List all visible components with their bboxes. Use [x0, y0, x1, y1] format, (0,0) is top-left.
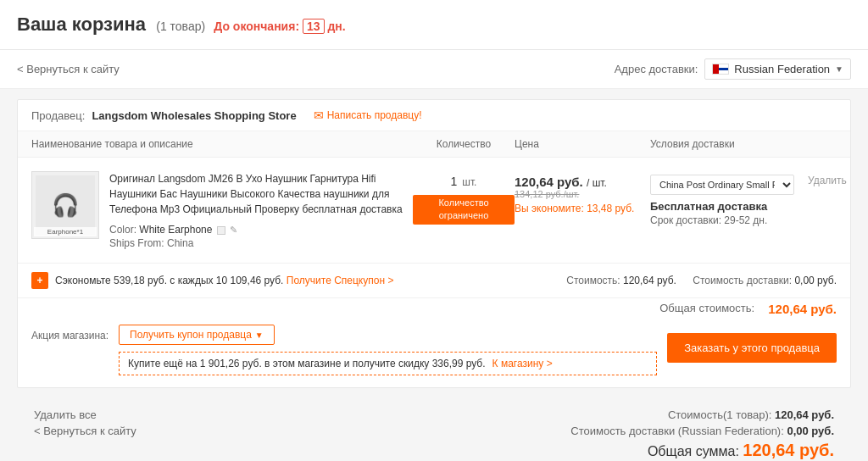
page-wrapper: Ваша корзина (1 товар) До окончания: 13 … [0, 0, 868, 461]
message-seller-btn[interactable]: ✉ Написать продавцу! [314, 108, 422, 122]
delivery-label: Адрес доставки: [615, 63, 698, 75]
product-price: 120,64 руб. / шт. [515, 175, 650, 189]
color-label: Color: [109, 224, 136, 236]
timer-unit: дн. [327, 19, 345, 33]
summary-total-label: Общая сумма: [648, 444, 739, 458]
seller-label: Продавец: [31, 109, 85, 122]
coupon-label: Акция магазина: [31, 325, 108, 342]
save-value: 13,48 руб. [587, 203, 634, 214]
product-title: Оригинал Langsdom JM26 В Ухо Наушник Гар… [109, 171, 413, 217]
timer: До окончания: 13 дн. [214, 19, 345, 33]
ships-from: Ships From: China [109, 237, 413, 249]
col-header-price: Цена [515, 138, 650, 150]
store-offer: Купите ещё на 1 901,26 руб. в этом магаз… [119, 352, 657, 375]
quantity-display: 1 шт. [413, 175, 515, 188]
product-image-label: Earphone*1 [34, 227, 97, 236]
shipping-cost-label: Стоимость доставки: [693, 275, 792, 286]
free-shipping-label: Бесплатная доставка [650, 200, 837, 213]
timer-label: До окончания: [214, 19, 299, 33]
delivery-time: Срок доставки: 29-52 дн. [650, 214, 837, 226]
bottom-left: Удалить все < Вернуться к сайту [34, 408, 136, 437]
price-savings: Вы экономите: 13,48 руб. [515, 203, 650, 214]
product-color: Color: White Earphone ✎ [109, 224, 413, 236]
col-header-qty: Количество [413, 138, 515, 150]
quantity-limited-badge: Количество ограничено [413, 195, 515, 225]
back-to-site-link-bottom[interactable]: < Вернуться к сайту [34, 425, 136, 437]
product-image: 🎧 Earphone*1 [31, 171, 99, 239]
russia-flag-icon [712, 64, 729, 75]
cart-card: Продавец: Langsdom Wholesales Shopping S… [17, 99, 851, 388]
product-info: Оригинал Langsdom JM26 В Ухо Наушник Гар… [109, 171, 413, 249]
price-value: 120,64 руб. [515, 175, 583, 189]
bottom-bar: Удалить все < Вернуться к сайту Стоимост… [17, 402, 851, 461]
shipping-method-select[interactable]: China Post Ordinary Small Packet [650, 175, 794, 195]
message-seller-label: Написать продавцу! [327, 109, 422, 121]
seller-name: Langsdom Wholesales Shopping Store [92, 109, 296, 122]
promo-section: + Сэкономьте 539,18 руб. с каждых 10 109… [18, 264, 850, 298]
coupon-button[interactable]: Получить купон продавца ▼ [119, 325, 275, 345]
column-headers: Наименование товара и описание Количеств… [18, 131, 850, 158]
col-header-shipping: Условия доставки [650, 138, 837, 150]
total-value: 120,64 руб. [768, 302, 837, 316]
cost-label: Стоимость: [566, 275, 620, 286]
store-link[interactable]: К магазину > [492, 358, 553, 369]
seller-header: Продавец: Langsdom Wholesales Shopping S… [18, 100, 850, 131]
color-swatch [217, 226, 225, 235]
summary-total-row: Общая сумма: 120,64 руб. [570, 441, 834, 460]
save-label: Вы экономите: [515, 203, 584, 214]
order-from-seller-button[interactable]: Заказать у этого продавца [667, 333, 837, 363]
col-header-product: Наименование товара и описание [31, 138, 413, 150]
color-value: White Earphone [139, 224, 212, 236]
order-button-area: Заказать у этого продавца [667, 325, 837, 363]
chevron-down-icon: ▼ [835, 64, 843, 74]
back-to-site-link[interactable]: Вернуться к сайту [17, 63, 120, 75]
promo-link[interactable]: Получите Спецкупон > [287, 275, 394, 286]
store-offer-text: Купите ещё на 1 901,26 руб. в этом магаз… [128, 358, 485, 369]
delete-item-button[interactable]: Удалить [808, 175, 847, 186]
chevron-down-icon: ▼ [255, 330, 264, 340]
original-price: 134,12 руб./шт. [515, 189, 650, 199]
promo-summary: Стоимость: 120,64 руб. Стоимость доставк… [566, 275, 837, 286]
cost-value: 120,64 руб. [623, 275, 676, 286]
delivery-address-section: Адрес доставки: Russian Federation ▼ [615, 58, 851, 80]
summary-total-value: 120,64 руб. [743, 441, 834, 459]
shipping-cell: China Post Ordinary Small Packet Удалить… [650, 171, 837, 226]
timer-days: 13 [303, 19, 325, 34]
product-row: 🎧 Earphone*1 Оригинал Langsdom JM26 В Ух… [18, 158, 850, 264]
promo-description: Сэкономьте 539,18 руб. с каждых 10 109,4… [55, 275, 283, 286]
coupon-inner: Получить купон продавца ▼ Купите ещё на … [119, 325, 657, 375]
quantity-unit: шт. [462, 176, 476, 188]
coupon-section: Акция магазина: Получить купон продавца … [18, 316, 850, 387]
nav-bar: Вернуться к сайту Адрес доставки: Russia… [0, 50, 868, 89]
color-edit-icon[interactable]: ✎ [230, 225, 237, 235]
promo-icon: + [31, 272, 48, 289]
summary-shipping-value: 0,00 руб. [787, 425, 834, 437]
summary-cost-value: 120,64 руб. [775, 408, 834, 421]
promo-text: Сэкономьте 539,18 руб. с каждых 10 109,4… [55, 275, 393, 286]
price-per-unit: / шт. [587, 177, 607, 189]
cost-summary: Стоимость: 120,64 руб. Стоимость доставк… [566, 275, 837, 286]
page-header: Ваша корзина (1 товар) До окончания: 13 … [0, 0, 868, 50]
quantity-cell: 1 шт. Количество ограничено [413, 171, 515, 225]
quantity-value: 1 [451, 175, 458, 188]
summary-shipping-label: Стоимость доставки (Russian Federation): [570, 425, 784, 437]
order-summary: Стоимость(1 товар): 120,64 руб. Стоимост… [570, 408, 834, 460]
summary-shipping-row: Стоимость доставки (Russian Federation):… [570, 425, 834, 437]
price-cell: 120,64 руб. / шт. 134,12 руб./шт. Вы эко… [515, 171, 650, 214]
ships-from-value: China [167, 237, 193, 249]
delivery-country-dropdown[interactable]: Russian Federation ▼ [704, 58, 851, 80]
delete-all-button[interactable]: Удалить все [34, 408, 136, 421]
page-title: Ваша корзина (1 товар) До окончания: 13 … [17, 14, 346, 35]
main-content: Продавец: Langsdom Wholesales Shopping S… [0, 89, 868, 461]
delivery-country-text: Russian Federation [734, 63, 830, 75]
shipping-cost-value: 0,00 руб. [794, 275, 837, 286]
item-count: (1 товар) [156, 19, 205, 33]
total-label: Общая стоимость: [659, 302, 754, 316]
summary-cost-label: Стоимость(1 товар): [668, 408, 771, 421]
summary-cost-row: Стоимость(1 товар): 120,64 руб. [570, 408, 834, 421]
cart-title: Ваша корзина [17, 14, 146, 35]
email-icon: ✉ [314, 108, 324, 122]
coupon-button-label: Получить купон продавца [130, 329, 252, 341]
subtotal-row: Общая стоимость: 120,64 руб. [18, 298, 850, 316]
ships-from-label: Ships From: [109, 237, 164, 249]
